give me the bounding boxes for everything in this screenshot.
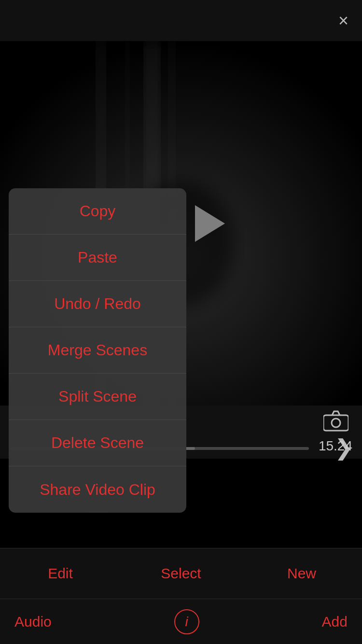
menu-item-label-share-video-clip: Share Video Clip <box>40 481 155 499</box>
menu-item-split-scene[interactable]: Split Scene <box>9 374 186 420</box>
info-button[interactable]: i <box>174 609 199 634</box>
menu-item-undo-redo[interactable]: Undo / Redo <box>9 281 186 327</box>
menu-item-merge-scenes[interactable]: Merge Scenes <box>9 327 186 374</box>
menu-item-label-undo-redo: Undo / Redo <box>54 295 141 313</box>
top-bar: × <box>0 0 362 41</box>
menu-item-label-copy: Copy <box>80 202 116 220</box>
close-button[interactable]: × <box>338 12 348 29</box>
context-menu: CopyPasteUndo / RedoMerge ScenesSplit Sc… <box>9 188 186 513</box>
select-button[interactable]: Select <box>121 565 241 582</box>
svg-rect-6 <box>323 415 348 431</box>
menu-item-delete-scene[interactable]: Delete Scene <box>9 420 186 466</box>
new-button[interactable]: New <box>241 565 362 582</box>
menu-item-paste[interactable]: Paste <box>9 235 186 281</box>
add-button[interactable]: Add <box>322 614 348 630</box>
camera-button[interactable] <box>323 410 348 434</box>
bottom-action-bar: Audio i Add <box>0 599 362 644</box>
menu-item-label-paste: Paste <box>78 249 117 266</box>
time-display: 15.24 <box>319 438 352 454</box>
camera-icon <box>323 410 348 432</box>
menu-item-label-merge-scenes: Merge Scenes <box>48 341 147 359</box>
play-button[interactable] <box>195 205 225 242</box>
edit-button[interactable]: Edit <box>0 565 121 582</box>
svg-point-7 <box>332 419 340 427</box>
menu-item-label-split-scene: Split Scene <box>58 388 137 406</box>
menu-item-share-video-clip[interactable]: Share Video Clip <box>9 466 186 513</box>
menu-item-copy[interactable]: Copy <box>9 188 186 235</box>
menu-item-label-delete-scene: Delete Scene <box>51 434 144 452</box>
bottom-toolbar: Edit Select New <box>0 548 362 599</box>
audio-button[interactable]: Audio <box>14 614 52 630</box>
